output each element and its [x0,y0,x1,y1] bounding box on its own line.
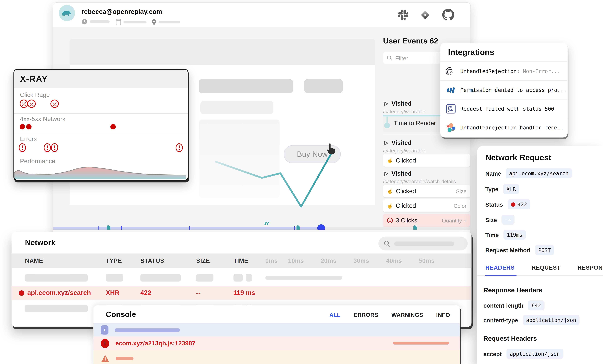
location-pin-icon [151,19,157,25]
network-row-placeholder[interactable] [12,271,472,285]
title-placeholder-2 [304,79,343,93]
session-header: rebecca@openreplay.com [53,3,470,28]
log-placeholder [116,357,134,360]
session-user-email: rebecca@openreplay.com [81,8,162,16]
avatar [59,5,75,21]
field-type: TypeXHR [485,184,519,194]
event-visited-3[interactable]: Visited [383,170,411,177]
github-icon[interactable] [442,9,454,21]
event-clicked-size-card[interactable]: ☝ ClickedSize [383,185,470,197]
xray-network-label: 4xx-5xx Network [20,116,66,123]
console-title: Console [106,310,136,319]
log-placeholder [393,342,449,344]
xray-header: X-RAY [14,70,188,88]
field-size-value: -- [501,215,515,225]
visited-icon [383,101,389,107]
integration-bugsnag-row[interactable]: Permission denied to access pro... [440,80,568,99]
tab-response[interactable]: RESPONSE [578,264,603,271]
replay-timeline[interactable]: “ [53,227,470,230]
console-tab-all[interactable]: ALL [329,311,340,318]
session-location-meta [151,19,180,25]
click-rage-icon [387,217,393,223]
browser-icon [116,19,121,25]
xray-performance-label: Performance [20,158,55,165]
page-header-placeholder [70,39,375,65]
active-tab-underline [485,275,516,276]
request-headers-title: Request Headers [483,335,537,343]
xray-click-rage-label: Click Rage [20,91,50,98]
field-time: Time119ms [485,230,526,240]
field-time-value: 119ms [503,230,526,240]
console-info-row[interactable]: i [93,323,460,336]
elastic-icon [446,123,456,132]
network-panel-title: Network [25,238,55,247]
integrations-title: Integrations [448,48,494,57]
search-icon [387,55,392,61]
console-error-row[interactable]: ! ecom.xyz/a213qh.js:123987 [93,336,460,350]
integrations-panel: Integrations UnhandledRejection: Non-Err… [440,43,568,137]
timeline-played [53,227,321,230]
clicked-hand-icon: ☝ [387,157,393,163]
visited-icon [383,171,389,176]
console-tab-errors[interactable]: ERRORS [354,311,378,318]
network-request-panel: Network Request Nameapi.ecom.xyz/search … [477,146,603,364]
network-request-title: Network Request [485,153,551,162]
integration-sentry-row[interactable]: UnhandledRejection: Non-Error... [440,61,568,80]
event-clicked-card[interactable]: ☝ Clicked [383,154,470,167]
slack-icon[interactable] [398,10,408,20]
header-content-type: content-typeapplication/json [483,315,580,325]
visited-icon [383,140,389,146]
network-error-dot [20,124,25,129]
user-events-count: 62 [430,36,438,45]
xray-panel: X-RAY Click Rage 4xx-5xx Network Errors … [13,69,188,181]
event-visited-2-path: /category/wearable [383,148,425,154]
console-tab-info[interactable]: INFO [436,311,450,318]
search-icon [384,240,390,247]
network-error-dot [110,124,116,129]
datadog-icon [446,104,456,113]
clicked-hand-icon: ☝ [387,203,393,209]
user-events-title: User Events 62 [383,36,438,45]
console-error-source: ecom.xyz/a213qh.js:123987 [116,340,196,347]
event-rage-clicks-card[interactable]: 3 ClicksQuantity + [383,214,470,227]
click-rage-icon [50,99,59,108]
clicked-hand-icon: ☝ [387,188,393,194]
header-content-length: content-length642 [483,300,544,310]
session-browser-meta [116,19,147,25]
network-error-row[interactable]: api.ecom.xyz/search XHR 422 -- 119 ms [12,286,472,300]
field-size: Size-- [485,215,515,225]
response-headers-title: Response Headers [483,287,542,294]
request-status: 422 [140,289,151,297]
tab-request[interactable]: REQUEST [532,264,560,271]
screenshot-root: rebecca@openreplay.com [0,0,603,364]
console-panel: Console ALL ERRORS WARNINGS INFO i ! eco… [93,305,460,364]
event-visited-2[interactable]: Visited [383,140,411,146]
session-duration-meta [81,19,110,24]
timeline-quote-marker-icon[interactable]: “ [264,221,269,231]
network-table-header: NAME TYPE STATUS SIZE TIME 0ms 10ms 20ms… [12,254,472,268]
jira-icon[interactable] [420,9,431,20]
field-type-value: XHR [503,184,519,194]
console-warning-row[interactable] [93,350,460,364]
col-time: TIME [233,257,248,264]
header-accept: acceptapplication/json [483,349,563,359]
console-tab-warnings[interactable]: WARNINGS [391,311,423,318]
event-visited-1[interactable]: Visited [383,100,411,107]
integration-elastic-row[interactable]: Unhandledrejection handler rece.. [440,118,568,137]
field-name: Nameapi.ecom.xyz/search [485,168,572,178]
col-status: STATUS [140,257,164,264]
field-name-value: api.ecom.xyz/search [506,168,572,178]
tab-headers[interactable]: HEADERS [485,264,515,271]
network-search-input[interactable] [378,237,468,251]
subtitle-placeholder [200,101,273,114]
error-icon [18,143,27,153]
title-placeholder [199,79,293,93]
integration-datadog-row[interactable]: Request failed with status 500 [440,99,568,118]
bugsnag-icon [446,85,456,95]
event-clicked-color-card[interactable]: ☝ ClickedColor [383,199,470,212]
waterfall-bar [266,276,342,279]
info-icon: i [101,325,108,335]
rhino-icon [61,8,73,18]
error-status-dot [19,290,24,296]
event-visited-3-path: /category/wearable/watch-details [383,179,456,184]
